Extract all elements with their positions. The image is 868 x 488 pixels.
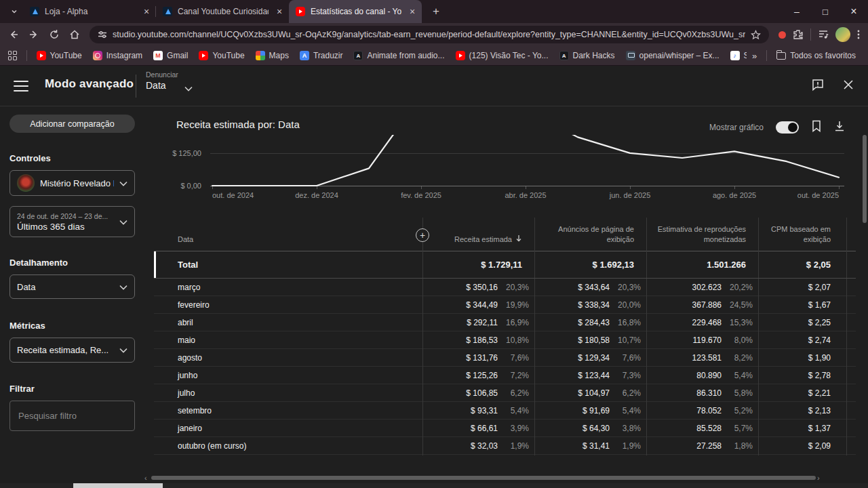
window-maximize-button[interactable] <box>811 0 840 23</box>
row-plays: 119.670 <box>693 336 722 345</box>
tab-close-icon[interactable] <box>141 6 152 17</box>
channel-selector[interactable]: Mistério Revelado E... <box>9 170 135 196</box>
bookmarks-overflow-icon[interactable] <box>747 51 762 61</box>
forward-button[interactable] <box>24 25 43 44</box>
bookmark-item[interactable]: (125) Visão Tec - Yo... <box>450 48 554 63</box>
address-bar[interactable]: studio.youtube.com/channel/UCQv0Xzbs3UWu… <box>90 26 769 43</box>
extensions-puzzle-icon[interactable] <box>793 29 804 40</box>
browser-tab-strip: Loja - Alpha Canal Youtube Curiosidades … <box>0 0 868 23</box>
tab-search-button[interactable] <box>5 3 23 20</box>
bookmark-label: Dark Hacks <box>573 51 615 60</box>
kebab-menu-icon[interactable] <box>857 29 860 40</box>
column-header-cpm[interactable]: CPM baseado em exibição <box>758 224 846 251</box>
table-row[interactable]: fevereiro $ 344,4919,9% $ 338,3420,0% 36… <box>154 296 856 314</box>
bookmark-item[interactable]: Instagram <box>87 48 148 63</box>
window-horizontal-scrollbar[interactable] <box>0 483 868 488</box>
bookmark-item[interactable]: YouTube <box>31 48 87 63</box>
bookmark-item[interactable]: openai/whisper – Ex... <box>620 48 725 63</box>
table-row[interactable]: agosto $ 131,767,6% $ 129,347,6% 123.581… <box>154 349 856 367</box>
tab-close-icon[interactable] <box>274 6 285 17</box>
back-button[interactable] <box>4 25 23 44</box>
download-icon[interactable] <box>834 121 845 135</box>
all-favorites-folder[interactable]: Todos os favoritos <box>771 48 861 63</box>
table-row[interactable]: junho $ 125,267,2% $ 123,447,3% 80.8905,… <box>154 367 856 384</box>
scroll-right-icon[interactable] <box>817 474 823 481</box>
window-close-button[interactable] <box>840 0 868 23</box>
main-content: Receita estimada por: Data Mostrar gráfi… <box>154 106 856 488</box>
metrics-selector[interactable]: Receita estimada, Re... <box>9 338 135 363</box>
browser-tab-active[interactable]: Estatísticas do canal - YouTube <box>289 0 422 23</box>
column-header-monetized-plays[interactable]: Estimativa de reproduções monetizadas <box>646 224 758 251</box>
profile-avatar[interactable] <box>835 27 850 42</box>
url-text[interactable]: studio.youtube.com/channel/UCQv0Xzbs3UWu… <box>113 30 745 39</box>
table-row[interactable]: maio $ 186,5310,8% $ 180,5810,7% 119.670… <box>154 331 856 349</box>
browser-tab[interactable]: Loja - Alpha <box>23 0 156 23</box>
media-controls-icon[interactable] <box>818 29 829 40</box>
bookmark-item[interactable]: Sua Música: ouça gr... <box>725 48 747 63</box>
chevron-down-icon <box>11 8 18 15</box>
breakdown-selector[interactable]: Data <box>9 274 135 299</box>
save-bookmark-icon[interactable] <box>811 120 822 135</box>
x-axis-label: abr. de 2025 <box>505 191 546 199</box>
close-icon[interactable] <box>842 79 854 94</box>
table-row[interactable]: outubro (em curso) $ 32,031,9% $ 31,411,… <box>154 437 856 455</box>
scroll-left-icon[interactable] <box>144 474 150 481</box>
bookmark-item[interactable]: Gmail <box>148 48 193 63</box>
show-chart-toggle[interactable] <box>776 121 799 134</box>
row-ads-pct: 5,4% <box>610 406 641 415</box>
filter-search-input[interactable] <box>9 401 135 431</box>
column-header-revenue[interactable]: Receita estimada <box>422 235 534 251</box>
revenue-line-chart[interactable]: $ 125,00 $ 0,00 out. de 2024dez. de 2024… <box>154 135 856 209</box>
table-row[interactable]: abril $ 292,1116,9% $ 284,4316,8% 229.46… <box>154 314 856 331</box>
add-metric-button[interactable] <box>416 228 429 242</box>
apps-grid-icon[interactable] <box>8 51 17 60</box>
table-row[interactable]: janeiro $ 66,613,9% $ 64,303,8% 85.5285,… <box>154 420 856 437</box>
window-minimize-button[interactable] <box>783 0 811 23</box>
feedback-icon[interactable] <box>811 78 825 94</box>
table-row[interactable]: setembro $ 93,315,4% $ 91,695,4% 78.0525… <box>154 402 856 420</box>
y-axis-label: $ 0,00 <box>154 182 201 190</box>
axis-tick <box>317 186 317 189</box>
bookmark-item[interactable]: YouTube <box>193 48 250 63</box>
table-row[interactable]: março $ 350,1620,3% $ 343,6420,3% 302.62… <box>154 279 856 296</box>
site-settings-icon[interactable] <box>98 30 107 39</box>
reload-button[interactable] <box>45 25 64 44</box>
bookmark-item[interactable]: Dark Hacks <box>554 48 620 63</box>
table-row[interactable]: julho $ 106,856,2% $ 104,976,2% 86.3105,… <box>154 384 856 402</box>
row-label: maio <box>154 336 422 345</box>
axis-tick <box>630 186 631 189</box>
bookmark-label: Gmail <box>167 51 188 60</box>
x-axis-label: out. de 2024 <box>212 191 254 199</box>
date-range-selector[interactable]: 24 de out. de 2024 – 23 de... Últimos 36… <box>9 206 135 237</box>
column-header-data[interactable]: Data <box>154 235 422 251</box>
vertical-scrollbar-thumb[interactable] <box>863 135 867 223</box>
scrollbar-thumb[interactable] <box>151 476 816 480</box>
tab-close-icon[interactable] <box>407 6 418 17</box>
browser-tab[interactable]: Canal Youtube Curiosidades de <box>156 0 289 23</box>
bookmark-item[interactable]: Traduzir <box>294 48 349 63</box>
home-button[interactable] <box>65 25 84 44</box>
add-comparison-button[interactable]: Adicionar comparação <box>9 115 135 133</box>
bookmark-item[interactable]: Animate from audio... <box>348 48 450 63</box>
new-tab-button[interactable] <box>427 3 445 20</box>
bookmarks-bar: YouTube Instagram Gmail YouTube Maps Tra… <box>0 46 868 66</box>
table-horizontal-scrollbar[interactable] <box>144 474 823 481</box>
hamburger-menu-icon[interactable] <box>14 79 28 94</box>
breakdown-value: Data <box>17 282 114 292</box>
table-total-row[interactable]: Total $ 1.729,11 $ 1.692,13 1.501.266 $ … <box>154 251 856 279</box>
tab-title: Canal Youtube Curiosidades de <box>178 7 269 16</box>
channel-name: Mistério Revelado E... <box>40 178 114 188</box>
bookmark-star-icon[interactable] <box>751 30 761 40</box>
bookmarks-divider <box>26 50 27 61</box>
chevron-down-icon[interactable] <box>184 82 193 94</box>
bookmark-item[interactable]: Maps <box>250 48 294 63</box>
row-revenue: $ 106,85 <box>466 388 498 398</box>
total-row-marker <box>154 251 156 278</box>
row-plays: 86.310 <box>696 388 722 398</box>
table-header: Data Receita estimada Anúncios de página… <box>154 218 856 251</box>
recording-indicator-icon[interactable] <box>778 31 786 39</box>
column-header-ads[interactable]: Anúncios de página de exibição <box>534 224 646 251</box>
table-rows: março $ 350,1620,3% $ 343,6420,3% 302.62… <box>154 279 856 455</box>
scrollbar-thumb[interactable] <box>73 483 163 488</box>
row-cpm: $ 2,09 <box>758 441 846 451</box>
